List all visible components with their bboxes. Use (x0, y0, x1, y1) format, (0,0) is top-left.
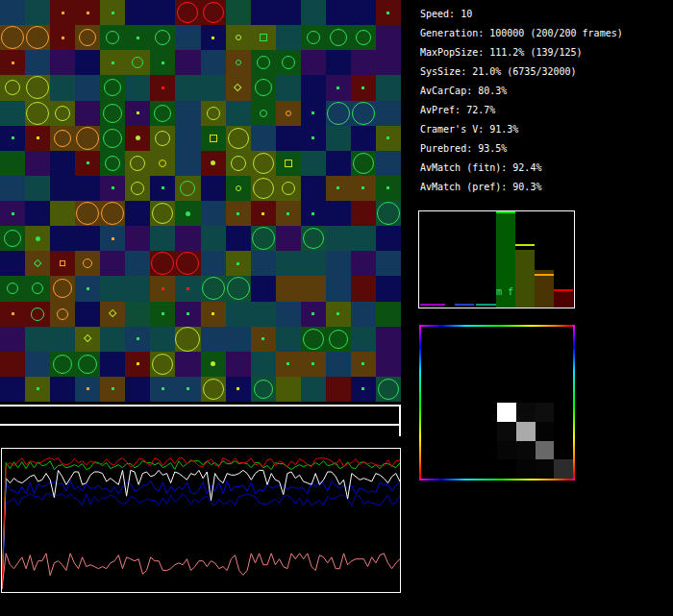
creature-dot (62, 12, 64, 14)
creature-dot (12, 212, 14, 215)
creature-ring (260, 110, 267, 117)
terrain-cell (351, 0, 377, 26)
terrain-cell (75, 101, 101, 127)
creature-ring (352, 102, 375, 125)
seg-blue (455, 304, 474, 306)
heatmap-cell (536, 403, 555, 422)
terrain-cell (50, 201, 76, 227)
stat-line: Generation: 100000 (200/200 frames) (420, 24, 672, 43)
creature-ring (175, 327, 200, 352)
creature-dot (237, 387, 239, 390)
terrain-cell (276, 377, 302, 402)
terrain-cell (226, 101, 252, 127)
terrain-cell (201, 226, 227, 252)
terrain-cell (276, 25, 302, 51)
heatmap-cell (497, 422, 516, 441)
terrain-cell (251, 0, 277, 26)
terrain-cell (0, 176, 26, 202)
terrain-cell (25, 327, 51, 353)
series-blue2 (2, 494, 400, 589)
stat-line: AvPref: 72.7% (420, 101, 672, 120)
terrain-cell (326, 0, 352, 26)
creature-dot (162, 387, 164, 390)
creature-ring (327, 102, 350, 125)
bar-olive-cap (515, 244, 535, 246)
terrain-cell (301, 176, 327, 202)
creature-ring (253, 153, 274, 174)
creature-ring (255, 79, 272, 96)
creature-ring (155, 131, 170, 146)
heatmap-cell (536, 459, 555, 479)
terrain-cell (376, 25, 401, 51)
terrain-cell (25, 352, 51, 378)
creature-sq (210, 135, 217, 142)
terrain-cell (301, 0, 327, 26)
heatmap-cell (516, 441, 536, 460)
heatmap-cell (516, 422, 536, 441)
terrain-cell (125, 226, 151, 252)
terrain-cell (75, 75, 101, 101)
creature-dot (12, 312, 14, 315)
creature-dot (187, 287, 189, 290)
creature-dot (386, 12, 389, 14)
terrain-cell (50, 226, 76, 252)
terrain-cell (175, 126, 201, 152)
creature-dot (87, 161, 89, 164)
creature-dot (312, 111, 314, 114)
terrain-cell (251, 352, 277, 378)
terrain-cell (326, 50, 352, 76)
creature-dot (312, 312, 314, 315)
creature-ring (236, 35, 241, 40)
creature-ring (307, 31, 320, 44)
creature-dot (137, 362, 139, 365)
stats-panel: Speed: 10Generation: 100000 (200/200 fra… (420, 5, 672, 197)
terrain-cell (276, 251, 302, 277)
bar-olive-fill (515, 250, 535, 308)
terrain-cell (276, 0, 302, 26)
creature-dot (62, 37, 64, 39)
series-pink (2, 554, 400, 589)
terrain-cell (376, 101, 401, 127)
terrain-cell (276, 75, 302, 101)
terrain-cell (175, 352, 201, 378)
creature-ring (227, 277, 250, 300)
terrain-cell (301, 377, 327, 402)
terrain-cell (125, 251, 151, 277)
creature-dot (162, 186, 164, 189)
terrain-cell (0, 352, 26, 378)
terrain-cell (376, 50, 401, 76)
terrain-cell (326, 126, 352, 152)
terrain-cell (125, 377, 151, 402)
terrain-cell (125, 75, 151, 101)
creature-dot (262, 212, 264, 215)
terrain-cell (351, 302, 377, 328)
terrain-cell (226, 327, 252, 353)
terrain-cell (276, 327, 302, 353)
stat-line: Speed: 10 (420, 5, 672, 24)
creature-ring (154, 105, 171, 122)
creature-dot (312, 362, 314, 365)
creature-dot (361, 86, 364, 89)
terrain-cell (226, 302, 252, 328)
creature-ring (303, 329, 324, 350)
terrain-cell (351, 226, 377, 252)
creature-dot (312, 212, 314, 215)
terrain-cell (276, 126, 302, 152)
terrain-cell (150, 226, 176, 252)
creature-ring (282, 56, 295, 69)
creature-ring (377, 202, 400, 225)
terrain-cell (125, 201, 151, 227)
terrain-cell (125, 276, 151, 302)
terrain-cell (175, 75, 201, 101)
terrain-cell (301, 276, 327, 302)
terrain-cell (175, 151, 201, 177)
terrain-cell (351, 126, 377, 152)
frame-progress-track-bottom (0, 424, 401, 426)
world-grid[interactable] (0, 0, 401, 402)
creature-dot (137, 337, 139, 340)
creature-dot (336, 312, 339, 315)
terrain-cell (25, 201, 51, 227)
terrain-cell (251, 276, 277, 302)
creature-ring (236, 60, 241, 65)
terrain-cell (326, 251, 352, 277)
